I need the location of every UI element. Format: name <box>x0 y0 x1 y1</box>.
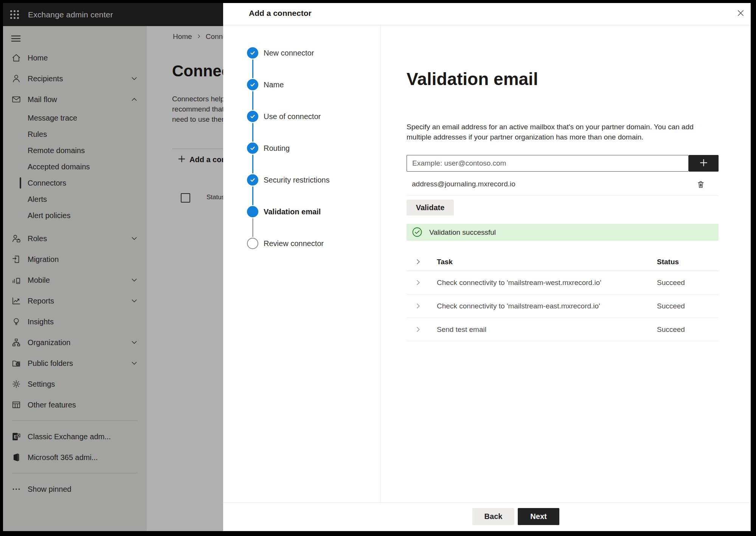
step-label: New connector <box>264 48 314 58</box>
step-name[interactable]: Name <box>223 79 380 91</box>
email-input[interactable] <box>407 155 689 172</box>
status-cell: Succeed <box>657 325 685 334</box>
step-check-icon <box>247 47 258 59</box>
next-button[interactable]: Next <box>518 508 559 525</box>
step-label: Name <box>264 79 284 90</box>
trash-icon[interactable] <box>695 178 707 191</box>
step-check-icon <box>247 79 258 90</box>
step-label: Routing <box>264 143 290 153</box>
chevron-right-icon[interactable] <box>414 303 421 310</box>
wizard-stepper: New connectorNameUse of connectorRouting… <box>223 25 381 503</box>
step-new-connector[interactable]: New connector <box>223 47 380 59</box>
banner-text: Validation successful <box>429 228 496 237</box>
step-security-restrictions[interactable]: Security restrictions <box>223 174 380 186</box>
screen: Exchange admin center HomeRecipientsMail… <box>3 3 751 531</box>
modal-overlay <box>3 3 223 531</box>
step-connector-line <box>252 59 253 78</box>
status-cell: Succeed <box>657 302 685 310</box>
step-label: Security restrictions <box>264 175 330 185</box>
task-cell: Check connectivity to 'mailstream-west.m… <box>437 279 601 287</box>
panel-content: Validation email Specify an email addres… <box>380 25 751 503</box>
table-header-row: Task Status <box>407 253 719 271</box>
step-label: Validation email <box>264 206 321 217</box>
success-check-icon <box>412 227 422 237</box>
task-cell: Send test email <box>437 325 486 334</box>
step-current-dot <box>247 206 258 217</box>
validate-button[interactable]: Validate <box>407 200 454 215</box>
step-use-of-connector[interactable]: Use of connector <box>223 111 380 123</box>
step-check-icon <box>247 143 258 154</box>
step-check-icon <box>247 111 258 122</box>
validation-task-table: Task Status Check connectivity to 'mails… <box>407 253 719 341</box>
task-column-header: Task <box>437 258 453 266</box>
step-connector-line <box>252 123 253 142</box>
step-connector-line <box>252 186 253 205</box>
divider <box>407 195 719 196</box>
panel-footer: Back Next <box>223 502 751 531</box>
address-text: address@journaling.mxrecord.io <box>412 180 515 188</box>
step-review-connector[interactable]: Review connector <box>223 238 380 250</box>
step-description: Specify an email address for an active m… <box>407 122 705 142</box>
address-list-item: address@journaling.mxrecord.io <box>407 178 719 191</box>
step-check-icon <box>247 174 258 186</box>
step-connector-line <box>252 91 253 110</box>
validation-task-row[interactable]: Send test emailSucceed <box>407 318 719 341</box>
step-routing[interactable]: Routing <box>223 143 380 155</box>
email-entry-row <box>407 155 719 172</box>
step-connector-line <box>252 218 253 237</box>
status-cell: Succeed <box>657 279 685 287</box>
validation-task-row[interactable]: Check connectivity to 'mailstream-west.m… <box>407 271 719 294</box>
panel-title: Add a connector <box>249 9 312 18</box>
add-address-button[interactable] <box>689 155 719 172</box>
validation-success-banner: Validation successful <box>407 224 719 241</box>
back-button[interactable]: Back <box>472 508 514 525</box>
add-connector-panel: Add a connector New connectorNameUse of … <box>223 3 751 531</box>
task-cell: Check connectivity to 'mailstream-east.m… <box>437 302 600 310</box>
step-label: Review connector <box>264 238 324 249</box>
status-column-header: Status <box>657 258 679 266</box>
chevron-right-icon[interactable] <box>414 326 421 333</box>
step-label: Use of connector <box>264 111 321 122</box>
step-empty-circle <box>247 238 258 249</box>
step-heading: Validation email <box>407 69 538 89</box>
panel-header: Add a connector <box>223 3 751 25</box>
plus-icon <box>699 158 709 169</box>
chevron-right-icon[interactable] <box>414 279 421 286</box>
step-validation-email[interactable]: Validation email <box>223 206 380 218</box>
step-connector-line <box>252 155 253 174</box>
close-icon[interactable] <box>734 6 747 20</box>
chevron-right-icon[interactable] <box>414 259 421 265</box>
validation-task-row[interactable]: Check connectivity to 'mailstream-east.m… <box>407 294 719 318</box>
